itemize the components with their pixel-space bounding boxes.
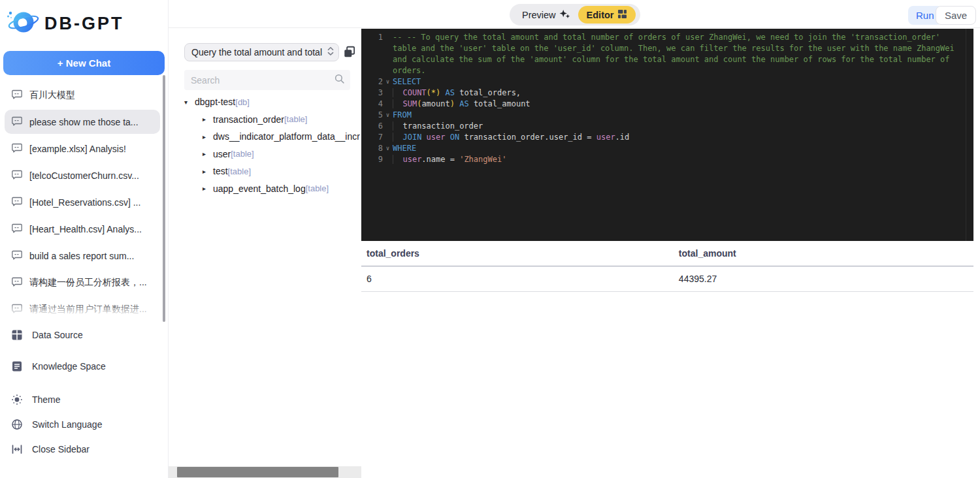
tree-node-name: transaction_order bbox=[213, 114, 284, 125]
tree-node-table[interactable]: ▸uapp_event_batch_log[table] bbox=[184, 180, 361, 198]
code-line: 6 transaction_order bbox=[361, 121, 973, 132]
chat-item-label: 百川大模型 bbox=[29, 89, 75, 101]
chat-item[interactable]: [example.xlsx] Analysis! bbox=[5, 136, 160, 161]
fold-chevron-icon[interactable]: ∨ bbox=[383, 143, 393, 154]
caret-down-icon[interactable]: ▾ bbox=[184, 99, 195, 106]
code-text: WHERE bbox=[393, 143, 973, 154]
caret-right-icon[interactable]: ▸ bbox=[203, 150, 213, 157]
sidebar: DB-GPT + New Chat 百川大模型please show me th… bbox=[0, 0, 169, 478]
token-paren: ) bbox=[450, 99, 455, 108]
editor-scrollbar[interactable] bbox=[966, 29, 973, 241]
explorer-hscroll-thumb[interactable] bbox=[177, 467, 338, 477]
new-chat-button[interactable]: + New Chat bbox=[3, 51, 165, 75]
caret-right-icon[interactable]: ▸ bbox=[203, 116, 213, 123]
token-plain: transaction_order.user_id = bbox=[459, 133, 596, 142]
caret-right-icon[interactable]: ▸ bbox=[203, 185, 213, 192]
new-chat-label: + New Chat bbox=[57, 57, 110, 69]
sidebar-item-close-sidebar[interactable]: Close Sidebar bbox=[0, 437, 165, 462]
dbgpt-planet-icon bbox=[5, 7, 41, 40]
chat-item[interactable]: [telcoCustomerChurn.csv... bbox=[5, 163, 160, 187]
table-row: 644395.27 bbox=[361, 266, 973, 292]
chat-item[interactable]: [Hotel_Reservations.csv] ... bbox=[5, 190, 160, 214]
search-box bbox=[184, 70, 350, 90]
tree-node-tag: [table] bbox=[231, 149, 253, 159]
tab-preview[interactable]: Preview bbox=[510, 8, 578, 22]
chat-item-label: [example.xlsx] Analysis! bbox=[29, 144, 126, 154]
sidebar-item-theme[interactable]: Theme bbox=[0, 387, 165, 412]
chat-item[interactable]: [Heart_Health.csv] Analys... bbox=[5, 217, 160, 241]
save-button[interactable]: Save bbox=[936, 6, 976, 25]
preview-label: Preview bbox=[522, 10, 556, 20]
result-cell: 44395.27 bbox=[674, 266, 973, 292]
globe-icon bbox=[11, 419, 23, 430]
fold-spacer bbox=[383, 121, 393, 132]
tree-node-db[interactable]: ▾dbgpt-test[db] bbox=[184, 93, 361, 111]
chat-item-label: 请构建一份员工分析报表，... bbox=[29, 277, 147, 289]
results-header-row: total_orderstotal_amount bbox=[361, 241, 973, 266]
code-text: JOIN user ON transaction_order.user_id =… bbox=[393, 132, 973, 143]
chat-item[interactable]: 请通过当前用户订单数据进... bbox=[5, 297, 160, 318]
sidebar-item-data-source[interactable]: Data Source bbox=[0, 319, 165, 351]
line-number: 8 bbox=[361, 143, 383, 154]
tree-node-table[interactable]: ▸user[table] bbox=[184, 146, 361, 163]
run-label: Run bbox=[916, 10, 934, 21]
token-plain: total_orders, bbox=[455, 88, 521, 97]
sidebar-bottom-nav: Data SourceKnowledge SpaceThemeSwitch La… bbox=[0, 319, 165, 462]
tree-node-name: user bbox=[213, 149, 231, 159]
code-line: 5∨FROM bbox=[361, 110, 973, 121]
chat-item-label: [Heart_Health.csv] Analys... bbox=[29, 224, 142, 234]
code-area: 1-- -- To query the total amount and tot… bbox=[361, 32, 973, 165]
sidebar-item-label: Close Sidebar bbox=[32, 444, 90, 454]
knowledge-space-icon bbox=[11, 360, 23, 372]
code-line: 3 COUNT(*) AS total_orders, bbox=[361, 88, 973, 99]
code-line: 4 SUM(amount) AS total_amount bbox=[361, 99, 973, 110]
chat-bubble-icon bbox=[11, 195, 23, 210]
line-number: 6 bbox=[361, 121, 383, 132]
logo-wordmark: DB-GPT bbox=[44, 14, 124, 34]
caret-right-icon[interactable]: ▸ bbox=[203, 133, 213, 140]
sidebar-scrollbar[interactable] bbox=[163, 75, 165, 322]
tree-node-table[interactable]: ▸transaction_order[table] bbox=[184, 111, 361, 129]
theme-icon bbox=[11, 394, 23, 406]
tree-node-name: test bbox=[213, 166, 228, 176]
code-line: 2∨SELECT bbox=[361, 76, 973, 88]
sparkles-icon bbox=[559, 8, 570, 22]
caret-right-icon[interactable]: ▸ bbox=[203, 168, 213, 175]
code-text: SELECT bbox=[393, 76, 973, 88]
fold-spacer bbox=[383, 88, 393, 99]
chat-bubble-icon bbox=[11, 142, 23, 156]
code-text: -- -- To query the total amount and tota… bbox=[393, 32, 973, 76]
token-indent bbox=[393, 88, 402, 97]
data-source-icon bbox=[11, 329, 23, 341]
code-line: 9 user.name = 'ZhangWei' bbox=[361, 154, 973, 165]
token-keyword: AS bbox=[446, 88, 455, 97]
sidebar-item-knowledge-space[interactable]: Knowledge Space bbox=[0, 351, 165, 382]
tree-node-tag: [table] bbox=[306, 183, 329, 193]
search-input[interactable] bbox=[191, 75, 334, 86]
copy-icon[interactable] bbox=[342, 45, 357, 59]
sidebar-item-switch-language[interactable]: Switch Language bbox=[0, 412, 165, 437]
fold-spacer bbox=[383, 132, 393, 143]
chat-bubble-icon bbox=[11, 222, 23, 236]
chat-bubble-icon bbox=[11, 249, 23, 263]
fold-spacer bbox=[383, 32, 393, 76]
token-func: COUNT bbox=[402, 88, 426, 97]
fold-chevron-icon[interactable]: ∨ bbox=[383, 76, 393, 88]
chat-item[interactable]: please show me those ta... bbox=[5, 110, 160, 134]
tree-node-table[interactable]: ▸test[table] bbox=[184, 163, 361, 180]
line-number: 3 bbox=[361, 88, 383, 99]
token-indent bbox=[393, 99, 402, 108]
chat-item[interactable]: 百川大模型 bbox=[5, 83, 160, 107]
tree-node-table[interactable]: ▸dws__indicator_platform_data__incr bbox=[184, 128, 361, 146]
topbar: Preview Editor bbox=[169, 0, 980, 28]
chat-item[interactable]: 请构建一份员工分析报表，... bbox=[5, 270, 160, 295]
round-select[interactable]: Query the total amount and total bbox=[184, 43, 339, 61]
chat-item[interactable]: build a sales report sum... bbox=[5, 244, 160, 268]
tab-editor[interactable]: Editor bbox=[578, 6, 636, 24]
sql-editor[interactable]: 1-- -- To query the total amount and tot… bbox=[361, 29, 973, 241]
token-plain bbox=[440, 88, 445, 97]
line-number: 5 bbox=[361, 110, 383, 121]
fold-chevron-icon[interactable]: ∨ bbox=[383, 110, 393, 121]
token-keyword: AS bbox=[459, 99, 468, 108]
close-sidebar-icon bbox=[11, 443, 23, 455]
